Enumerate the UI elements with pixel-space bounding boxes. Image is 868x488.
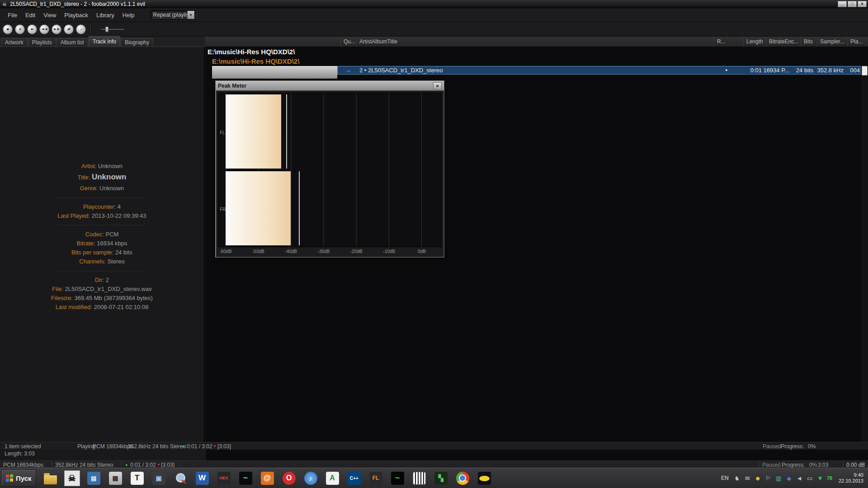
tab-biography[interactable]: Biography — [121, 38, 153, 47]
column-length[interactable]: Length — [744, 37, 766, 47]
peak-meter-titlebar[interactable]: Peak Meter × — [216, 81, 444, 91]
divider — [58, 197, 146, 198]
play-button[interactable]: ► — [27, 24, 37, 34]
calculator-icon[interactable]: ▦ — [108, 470, 123, 486]
magnifier-icon[interactable] — [173, 470, 189, 486]
folder-icon[interactable] — [42, 470, 58, 486]
scrollbar-thumb[interactable] — [862, 66, 868, 75]
fl-studio-icon[interactable]: FL — [368, 470, 384, 486]
clock[interactable]: 9:40 22.10.2013 — [839, 472, 863, 484]
speaker-tray-icon[interactable]: ◄ — [796, 475, 803, 482]
itunes-icon[interactable]: ♪ — [303, 470, 319, 486]
opera-icon[interactable]: O — [281, 470, 297, 486]
menu-file[interactable]: File — [4, 10, 21, 20]
language-indicator[interactable]: EN — [719, 474, 731, 482]
playback-order-button[interactable]: ♪ — [76, 24, 86, 34]
cpp-ide-icon[interactable]: C++ — [346, 470, 362, 486]
spreadsheet-icon[interactable]: A — [325, 470, 340, 486]
track-row[interactable]: → 2 • 2L50SACD_tr1_DXD_stereo • 0:01 169… — [337, 66, 861, 75]
close-button[interactable]: × — [858, 1, 867, 7]
divider — [843, 462, 843, 467]
audio-editor-icon[interactable]: ~ — [238, 470, 254, 486]
column-artist-album-title[interactable]: ArtistAlbumTitle — [357, 37, 714, 47]
minimize-button[interactable]: _ — [838, 1, 847, 7]
info-playcounter: Playcounter: 4 — [0, 202, 204, 211]
playlist-scrollbar[interactable] — [861, 66, 868, 442]
menu-help[interactable]: Help — [118, 10, 139, 20]
previous-button[interactable]: ◄◄ — [39, 24, 49, 34]
volume-slider[interactable] — [101, 25, 124, 34]
track-bitrate: 16934 P... — [763, 66, 789, 74]
start-button[interactable]: Пуск — [1, 469, 36, 487]
peak-meter-plot: FL FR — [218, 93, 442, 247]
menu-edit[interactable]: Edit — [21, 10, 39, 20]
chrome-icon[interactable] — [455, 470, 471, 486]
info-last-modified: Last modified: 2008-07-21 02:10:08 — [0, 303, 204, 312]
tab-track-info[interactable]: Track info — [89, 36, 120, 47]
menu-library[interactable]: Library — [92, 10, 118, 20]
peak-meter-window: Peak Meter × FL FR — [215, 80, 444, 258]
oscilloscope-icon[interactable]: ~ — [390, 470, 406, 486]
main-area: Artist: Unknown Title: Unknown Genre: Un… — [0, 47, 868, 442]
knight-tray-icon[interactable]: ♞ — [733, 475, 741, 482]
repeat-mode-select[interactable]: Repeat (playlist) ▼ — [151, 10, 195, 19]
batman-icon[interactable] — [476, 470, 492, 486]
status-bar-bottom: PCM 16934kbps 352.8kHz 24 bits Stereo ● … — [0, 460, 868, 468]
tab-album-list[interactable]: Album list — [57, 38, 88, 47]
mail-tray-icon[interactable]: ✉ — [744, 475, 751, 482]
column-bitrate[interactable]: BitrateEnc... — [766, 37, 801, 47]
status-total-time: [3:03] — [161, 462, 175, 468]
winamp-icon[interactable]: W — [194, 470, 210, 486]
tracker-icon[interactable]: ▚ — [433, 470, 449, 486]
menu-view[interactable]: View — [39, 10, 60, 20]
pause-button[interactable]: ‖ — [15, 24, 25, 34]
next-button[interactable]: ►► — [52, 24, 61, 34]
titlebar[interactable]: ☠ 2L50SACD_tr1_DXD_stereo - 2 - foobar20… — [0, 0, 868, 8]
chevron-down-icon[interactable]: ▼ — [187, 11, 194, 19]
column-samplerate[interactable]: Sampler... — [817, 37, 848, 47]
mail-app-icon[interactable]: @ — [259, 470, 275, 486]
column-bits[interactable]: Bits — [801, 37, 817, 47]
stop-button[interactable]: ■ — [3, 24, 13, 34]
floppy-icon[interactable]: ▤ — [86, 470, 102, 486]
foobar2000-icon[interactable]: ☠ — [64, 470, 80, 486]
text-editor-icon[interactable]: T — [129, 470, 145, 486]
piano-icon[interactable] — [411, 470, 427, 486]
axis-tick: -20dB — [350, 249, 363, 254]
volume-thumb[interactable] — [105, 27, 108, 32]
progress-value: 0% — [808, 443, 816, 450]
axis-tick: 0dB — [418, 249, 426, 254]
toolbar-grip[interactable] — [197, 11, 198, 19]
column-queue[interactable]: Qu... — [341, 37, 357, 47]
app-icon: ☠ — [1, 1, 8, 7]
volume-grip[interactable] — [90, 26, 92, 33]
selection-length-panel: Length: 3:03 — [0, 450, 205, 460]
column-spacer — [205, 37, 341, 47]
random-button[interactable]: ⇄ — [64, 24, 74, 34]
update-tray-icon[interactable]: ▼ — [816, 475, 824, 482]
tab-and-header-row: Artwork Playlists Album list Track info … — [0, 37, 868, 47]
playlist-group-cell[interactable] — [212, 66, 337, 79]
maximize-button[interactable]: □ — [848, 1, 857, 7]
divider — [815, 462, 816, 467]
tab-artwork[interactable]: Artwork — [1, 38, 28, 47]
hex-editor-icon[interactable]: HEX — [216, 470, 232, 486]
chart-tray-icon[interactable]: ▥ — [775, 475, 783, 482]
flag-tray-icon[interactable]: ⚐ — [764, 475, 772, 482]
system-tray: EN ♞ ✉ ☻ ⚐ ▥ ◈ ◄ ▭ ▼ 78 9:40 22.10.2013 — [719, 472, 868, 484]
close-icon[interactable]: × — [433, 82, 442, 89]
track-status-dot: • — [725, 66, 727, 74]
track-title: 2 • 2L50SACD_tr1_DXD_stereo — [359, 66, 443, 74]
monitor-tray-icon[interactable]: ▭ — [806, 475, 814, 482]
menu-playback[interactable]: Playback — [60, 10, 92, 20]
temperature-badge[interactable]: 78 — [827, 475, 832, 481]
tab-playlists[interactable]: Playlists — [28, 38, 56, 47]
chip-icon[interactable]: ▣ — [151, 470, 167, 486]
playlist-group-path: E:\music\Hi-Res HQ\DXD\2\ — [208, 48, 295, 56]
play-indicator-icon: ● — [125, 463, 127, 467]
column-playcount[interactable]: Pla... — [848, 37, 868, 47]
network-tray-icon[interactable]: ◈ — [785, 475, 793, 482]
smiley-tray-icon[interactable]: ☻ — [754, 475, 762, 482]
playlist-group-subpath: E:\music\Hi-Res HQ\DXD\2\ — [212, 57, 299, 65]
column-rating[interactable]: R... — [714, 37, 744, 47]
